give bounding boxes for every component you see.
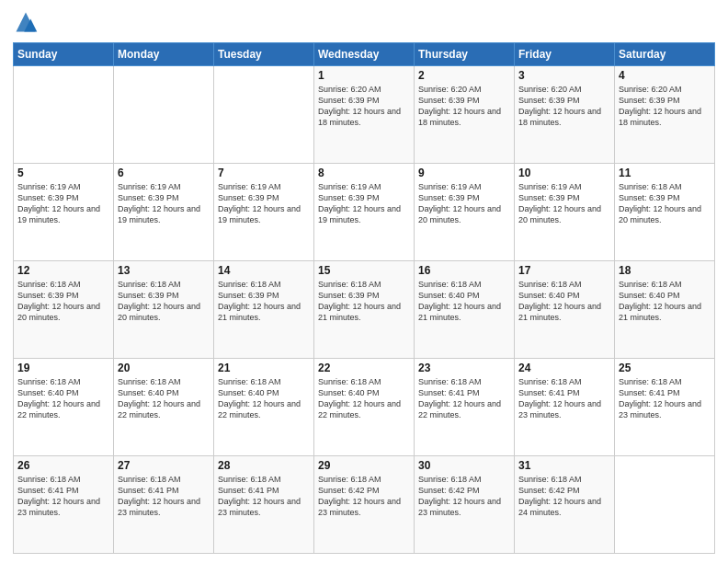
header [13,9,715,35]
day-info: Sunrise: 6:18 AM Sunset: 6:40 PM Dayligh… [318,376,410,421]
day-number: 21 [218,362,310,374]
day-number: 13 [118,264,210,277]
calendar-cell: 9Sunrise: 6:19 AM Sunset: 6:39 PM Daylig… [415,164,515,261]
day-info: Sunrise: 6:18 AM Sunset: 6:40 PM Dayligh… [418,279,510,324]
day-number: 8 [318,167,410,179]
day-info: Sunrise: 6:18 AM Sunset: 6:39 PM Dayligh… [318,279,410,324]
day-info: Sunrise: 6:18 AM Sunset: 6:40 PM Dayligh… [118,376,210,421]
calendar-cell: 1Sunrise: 6:20 AM Sunset: 6:39 PM Daylig… [314,66,415,164]
calendar-cell: 21Sunrise: 6:18 AM Sunset: 6:40 PM Dayli… [214,359,314,456]
calendar-cell: 10Sunrise: 6:19 AM Sunset: 6:39 PM Dayli… [515,164,615,261]
day-number: 10 [518,167,610,179]
day-info: Sunrise: 6:18 AM Sunset: 6:40 PM Dayligh… [218,376,310,421]
day-info: Sunrise: 6:18 AM Sunset: 6:41 PM Dayligh… [118,474,210,519]
day-number: 14 [218,264,310,277]
day-number: 15 [318,264,410,277]
calendar-cell: 11Sunrise: 6:18 AM Sunset: 6:39 PM Dayli… [615,164,715,261]
day-number: 26 [17,459,109,472]
day-info: Sunrise: 6:19 AM Sunset: 6:39 PM Dayligh… [218,181,310,226]
logo [13,9,42,35]
calendar-cell [114,66,214,164]
day-info: Sunrise: 6:18 AM Sunset: 6:42 PM Dayligh… [518,474,610,519]
day-number: 2 [418,69,510,82]
calendar-week-0: 1Sunrise: 6:20 AM Sunset: 6:39 PM Daylig… [14,66,715,164]
page: SundayMondayTuesdayWednesdayThursdayFrid… [0,0,728,563]
day-number: 25 [619,362,711,374]
calendar-cell: 31Sunrise: 6:18 AM Sunset: 6:42 PM Dayli… [515,456,615,554]
calendar-cell: 26Sunrise: 6:18 AM Sunset: 6:41 PM Dayli… [14,456,114,554]
day-info: Sunrise: 6:18 AM Sunset: 6:39 PM Dayligh… [118,279,210,324]
calendar-week-3: 19Sunrise: 6:18 AM Sunset: 6:40 PM Dayli… [14,359,715,456]
weekday-header-row: SundayMondayTuesdayWednesdayThursdayFrid… [14,43,715,66]
calendar-cell: 18Sunrise: 6:18 AM Sunset: 6:40 PM Dayli… [615,261,715,359]
day-info: Sunrise: 6:19 AM Sunset: 6:39 PM Dayligh… [318,181,410,226]
day-number: 6 [118,167,210,179]
weekday-header-tuesday: Tuesday [214,43,314,66]
calendar-cell: 30Sunrise: 6:18 AM Sunset: 6:42 PM Dayli… [415,456,515,554]
day-number: 16 [418,264,510,277]
day-info: Sunrise: 6:18 AM Sunset: 6:41 PM Dayligh… [418,376,510,421]
day-info: Sunrise: 6:20 AM Sunset: 6:39 PM Dayligh… [318,84,410,129]
day-info: Sunrise: 6:18 AM Sunset: 6:41 PM Dayligh… [619,376,711,421]
day-info: Sunrise: 6:20 AM Sunset: 6:39 PM Dayligh… [418,84,510,129]
day-number: 31 [518,459,610,472]
day-info: Sunrise: 6:18 AM Sunset: 6:39 PM Dayligh… [218,279,310,324]
weekday-header-friday: Friday [515,43,615,66]
calendar-cell: 24Sunrise: 6:18 AM Sunset: 6:41 PM Dayli… [515,359,615,456]
day-number: 17 [518,264,610,277]
day-number: 18 [619,264,711,277]
calendar-cell: 14Sunrise: 6:18 AM Sunset: 6:39 PM Dayli… [214,261,314,359]
calendar-cell: 15Sunrise: 6:18 AM Sunset: 6:39 PM Dayli… [314,261,415,359]
calendar-cell: 12Sunrise: 6:18 AM Sunset: 6:39 PM Dayli… [14,261,114,359]
day-number: 7 [218,167,310,179]
weekday-header-monday: Monday [114,43,214,66]
calendar-cell: 16Sunrise: 6:18 AM Sunset: 6:40 PM Dayli… [415,261,515,359]
calendar-table: SundayMondayTuesdayWednesdayThursdayFrid… [13,42,715,554]
day-info: Sunrise: 6:18 AM Sunset: 6:42 PM Dayligh… [418,474,510,519]
day-info: Sunrise: 6:18 AM Sunset: 6:39 PM Dayligh… [619,181,711,226]
calendar-cell: 19Sunrise: 6:18 AM Sunset: 6:40 PM Dayli… [14,359,114,456]
day-number: 23 [418,362,510,374]
logo-icon [13,9,39,35]
weekday-header-thursday: Thursday [415,43,515,66]
calendar-week-2: 12Sunrise: 6:18 AM Sunset: 6:39 PM Dayli… [14,261,715,359]
day-info: Sunrise: 6:19 AM Sunset: 6:39 PM Dayligh… [418,181,510,226]
day-number: 24 [518,362,610,374]
calendar-cell: 2Sunrise: 6:20 AM Sunset: 6:39 PM Daylig… [415,66,515,164]
day-number: 4 [619,69,711,82]
day-number: 22 [318,362,410,374]
day-number: 11 [619,167,711,179]
calendar-cell: 17Sunrise: 6:18 AM Sunset: 6:40 PM Dayli… [515,261,615,359]
calendar-cell [14,66,114,164]
day-info: Sunrise: 6:20 AM Sunset: 6:39 PM Dayligh… [619,84,711,129]
calendar-cell [214,66,314,164]
calendar-cell: 25Sunrise: 6:18 AM Sunset: 6:41 PM Dayli… [615,359,715,456]
day-info: Sunrise: 6:19 AM Sunset: 6:39 PM Dayligh… [118,181,210,226]
day-info: Sunrise: 6:19 AM Sunset: 6:39 PM Dayligh… [518,181,610,226]
day-info: Sunrise: 6:18 AM Sunset: 6:41 PM Dayligh… [518,376,610,421]
calendar-cell: 28Sunrise: 6:18 AM Sunset: 6:41 PM Dayli… [214,456,314,554]
day-number: 28 [218,459,310,472]
day-info: Sunrise: 6:18 AM Sunset: 6:40 PM Dayligh… [17,376,109,421]
day-number: 1 [318,69,410,82]
calendar-week-1: 5Sunrise: 6:19 AM Sunset: 6:39 PM Daylig… [14,164,715,261]
calendar-cell: 13Sunrise: 6:18 AM Sunset: 6:39 PM Dayli… [114,261,214,359]
calendar-cell: 22Sunrise: 6:18 AM Sunset: 6:40 PM Dayli… [314,359,415,456]
calendar-cell: 6Sunrise: 6:19 AM Sunset: 6:39 PM Daylig… [114,164,214,261]
day-number: 20 [118,362,210,374]
weekday-header-saturday: Saturday [615,43,715,66]
day-info: Sunrise: 6:18 AM Sunset: 6:40 PM Dayligh… [518,279,610,324]
calendar-cell: 20Sunrise: 6:18 AM Sunset: 6:40 PM Dayli… [114,359,214,456]
day-number: 5 [17,167,109,179]
calendar-cell: 8Sunrise: 6:19 AM Sunset: 6:39 PM Daylig… [314,164,415,261]
calendar-cell: 29Sunrise: 6:18 AM Sunset: 6:42 PM Dayli… [314,456,415,554]
day-number: 19 [17,362,109,374]
day-info: Sunrise: 6:18 AM Sunset: 6:41 PM Dayligh… [218,474,310,519]
calendar-cell: 3Sunrise: 6:20 AM Sunset: 6:39 PM Daylig… [515,66,615,164]
day-info: Sunrise: 6:18 AM Sunset: 6:41 PM Dayligh… [17,474,109,519]
day-info: Sunrise: 6:18 AM Sunset: 6:39 PM Dayligh… [17,279,109,324]
weekday-header-sunday: Sunday [14,43,114,66]
weekday-header-wednesday: Wednesday [314,43,415,66]
day-number: 30 [418,459,510,472]
calendar-week-4: 26Sunrise: 6:18 AM Sunset: 6:41 PM Dayli… [14,456,715,554]
